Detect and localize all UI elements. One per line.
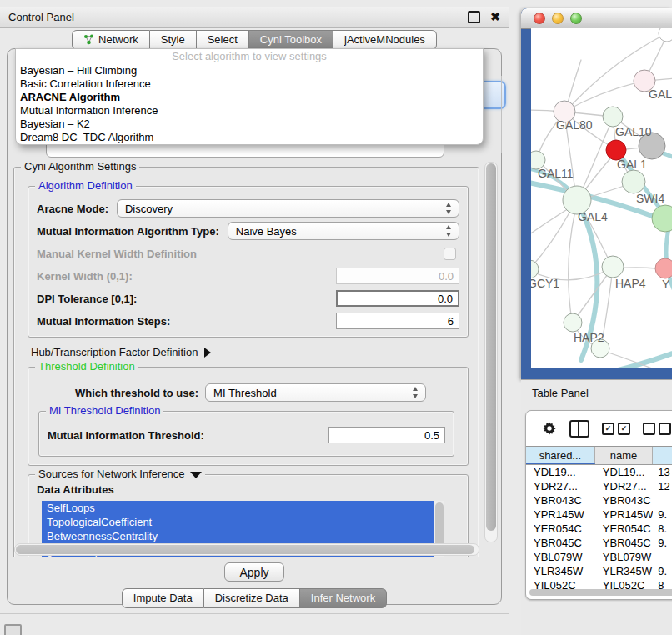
node-label: GAL4	[578, 210, 608, 223]
close-window-icon[interactable]	[534, 12, 545, 24]
mi-threshold-input[interactable]	[328, 427, 445, 443]
data-attribute-item[interactable]: BetweennessCentrality	[42, 529, 444, 543]
manual-kernel-width-label: Manual Kernel Width Definition	[37, 248, 197, 260]
kernel-width-label: Kernel Width (0,1):	[37, 270, 133, 282]
node-label: GAL10	[615, 125, 652, 138]
mi-steps-input[interactable]	[336, 312, 459, 329]
dpi-tolerance-input[interactable]	[336, 290, 459, 307]
mi-type-label: Mutual Information Algorithm Type:	[37, 225, 219, 238]
network-node-hap4[interactable]	[602, 256, 624, 278]
node-label: HAP4	[615, 277, 646, 290]
control-panel-body: Select algorithm to view settings Bayesi…	[7, 48, 502, 605]
algorithm-option[interactable]: Dream8 DC_TDC Algorithm	[16, 131, 483, 144]
which-threshold-select[interactable]: MI Threshold	[205, 383, 426, 402]
table-row[interactable]: YDL19...YDL19...13	[526, 465, 672, 479]
settings-vertical-thumb[interactable]	[486, 163, 496, 531]
collapsed-panel-icon[interactable]	[4, 624, 22, 635]
tab-cyni-toolbox[interactable]: Cyni Toolbox	[249, 30, 333, 50]
popup-placeholder: Select algorithm to view settings	[16, 49, 483, 64]
table-row[interactable]: YBL079WYBL079W	[526, 550, 672, 564]
hub-definition-expander[interactable]: Hub/Transcription Factor Definition	[31, 346, 470, 358]
table-cell: YBR043C	[595, 493, 653, 508]
settings-vertical-scrollbar[interactable]	[484, 162, 498, 542]
network-edge[interactable]	[531, 203, 574, 269]
aracne-mode-select[interactable]: Discovery	[117, 199, 459, 218]
settings-scrollpane: Cyni Algorithm Settings Algorithm Defini…	[10, 159, 502, 558]
sources-group-title[interactable]: Sources for Network Inference	[35, 468, 205, 480]
aracne-mode-label: Aracne Mode:	[37, 202, 108, 215]
zoom-window-icon[interactable]	[570, 12, 582, 24]
column-header[interactable]: name	[595, 447, 653, 464]
network-window-titlebar[interactable]	[521, 8, 672, 29]
tab-infer-network[interactable]: Infer Network	[300, 588, 387, 608]
table-row[interactable]: YER054CYER054C8.	[526, 522, 672, 536]
minimize-window-icon[interactable]	[552, 12, 564, 24]
tab-discretize-data[interactable]: Discretize Data	[204, 588, 300, 608]
mi-algorithm-type-select[interactable]: Naive Bayes	[228, 222, 459, 240]
checked-boxes-icon[interactable]: ✓✓	[602, 422, 630, 435]
tab-jactivemnodules[interactable]: jActiveMNodules	[333, 30, 437, 50]
network-edge[interactable]	[564, 81, 644, 112]
network-node[interactable]	[652, 205, 672, 232]
algorithm-option[interactable]: Bayesian – K2	[16, 118, 483, 131]
close-panel-icon[interactable]: ✖	[490, 11, 500, 22]
settings-horizontal-thumb[interactable]	[16, 545, 474, 554]
which-threshold-label: Which threshold to use:	[75, 387, 198, 399]
algorithm-option[interactable]: Mutual Information Inference	[16, 104, 483, 118]
tab-impute-data[interactable]: Impute Data	[122, 588, 204, 608]
network-edge[interactable]	[569, 203, 577, 321]
apply-button[interactable]: Apply	[224, 562, 284, 582]
settings-horizontal-scrollbar[interactable]	[14, 543, 479, 556]
column-header[interactable]	[653, 447, 672, 464]
network-node-gcy1[interactable]	[531, 260, 539, 278]
table-cell: 9.	[653, 536, 672, 550]
tab-style[interactable]: Style	[150, 30, 197, 50]
table-row[interactable]: YLR345WYLR345W9.	[526, 564, 672, 578]
algorithm-option[interactable]: Bayesian – Hill Climbing	[16, 64, 483, 78]
table-row[interactable]: YPR145WYPR145W9.	[526, 508, 672, 522]
table-cell: 9.	[653, 564, 672, 578]
table-cell: 12	[653, 479, 672, 493]
network-node[interactable]	[659, 28, 672, 42]
manual-kernel-width-checkbox[interactable]	[444, 248, 456, 260]
gear-icon[interactable]	[542, 421, 557, 436]
kernel-width-input[interactable]	[336, 268, 459, 284]
network-node-swi4[interactable]	[622, 170, 645, 193]
hub-definition-label: Hub/Transcription Factor Definition	[31, 346, 198, 358]
network-edge[interactable]	[566, 60, 581, 108]
network-node-y[interactable]	[655, 258, 672, 278]
unchecked-boxes-icon[interactable]	[643, 422, 671, 435]
algorithm-definition-group: Algorithm Definition Aracne Mode: Discov…	[28, 186, 469, 338]
table-cell: YDL19...	[526, 465, 595, 479]
table-row[interactable]: YDR27...YDR27...12	[526, 479, 672, 493]
data-attribute-item[interactable]: TopologicalCoefficient	[42, 515, 444, 529]
network-graph: GALGAL80GAL10GAL1GAL11SWI4GAL4GCY1HAP4YH…	[531, 28, 672, 368]
tab-select[interactable]: Select	[197, 30, 249, 50]
network-node-gal10[interactable]	[603, 107, 623, 127]
aracne-mode-value: Discovery	[125, 202, 173, 215]
split-view-icon[interactable]	[569, 420, 589, 438]
algorithm-option[interactable]: Basic Correlation Inference	[16, 78, 483, 91]
tab-network[interactable]: Network	[72, 30, 150, 50]
float-panel-icon[interactable]	[468, 11, 480, 23]
manual-kernel-row: Manual Kernel Width Definition	[37, 243, 459, 263]
table-cell: 13	[653, 465, 672, 479]
table-rows: YDL19...YDL19...13YDR27...YDR27...12YBR0…	[526, 465, 672, 592]
table-cell	[653, 493, 672, 508]
table-row[interactable]: YBR043CYBR043C	[526, 493, 672, 508]
network-node-hap2[interactable]	[564, 313, 582, 332]
data-attribute-item[interactable]: SelfLoops	[42, 501, 444, 515]
algorithm-option[interactable]: ARACNE Algorithm	[16, 91, 483, 104]
table-cell: YBR043C	[526, 493, 595, 508]
network-window: GALGAL80GAL10GAL1GAL11SWI4GAL4GCY1HAP4YH…	[521, 8, 672, 379]
column-header[interactable]: shared...	[526, 447, 595, 464]
network-canvas[interactable]: GALGAL80GAL10GAL1GAL11SWI4GAL4GCY1HAP4YH…	[531, 28, 672, 368]
threshold-definition-group: Threshold Definition Which threshold to …	[28, 367, 469, 466]
algorithm-option-list: Bayesian – Hill ClimbingBasic Correlatio…	[16, 64, 483, 144]
table-cell: YPR145W	[526, 508, 595, 522]
aracne-mode-row: Aracne Mode: Discovery	[37, 198, 459, 218]
obscured-group-border	[501, 76, 502, 152]
table-row[interactable]: YBR045CYBR045C9.	[526, 536, 672, 550]
table-horizontal-scroll-thumb[interactable]	[529, 589, 672, 596]
node-label: Y	[662, 278, 670, 291]
